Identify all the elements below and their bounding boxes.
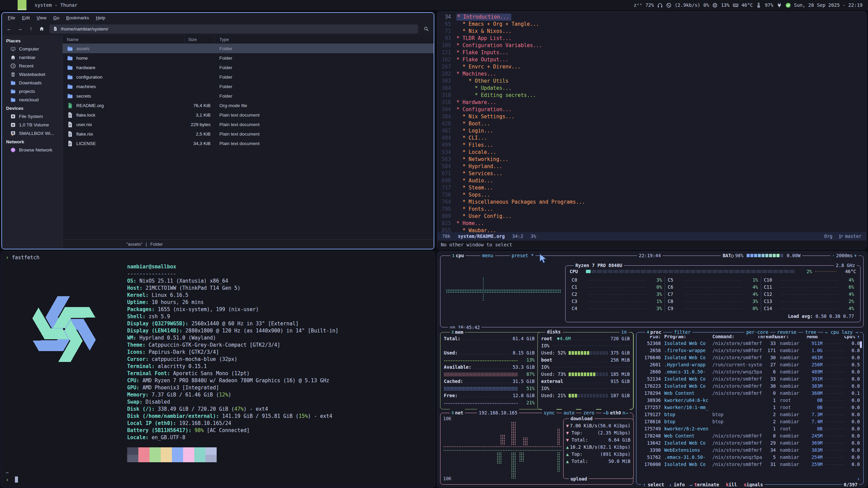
menu-item[interactable]: File (5, 14, 18, 22)
home[interactable]: home Folder (63, 53, 434, 63)
flake.lock[interactable]: flake.lock 3,1 KiB Plain text document (63, 110, 434, 120)
process-row[interactable]: 176646 Isolated Web Co /nix/store/sm8fmr… (636, 354, 863, 361)
secrets[interactable]: secrets Folder (63, 91, 434, 101)
org-heading-line[interactable]: 764* Miscellaneous Packages and Programs… (437, 199, 866, 206)
sidebar-item[interactable]: SMALLBOX Wi... (2, 129, 62, 138)
org-heading-line[interactable]: 121* Flake Inputs... (437, 49, 866, 56)
README.org[interactable]: README.org 76,4 KiB Org-mode file (63, 101, 434, 110)
sidebar-item[interactable]: Browse Network (2, 146, 62, 154)
workspace-button[interactable] (18, 0, 26, 10)
hardware[interactable]: hardware Folder (63, 63, 434, 72)
org-heading-line[interactable]: 162* Flake Output... (437, 56, 866, 63)
proc-sort-selector[interactable]: ← cpu lazy → (823, 328, 860, 336)
proc-filter-button[interactable]: filter (672, 328, 692, 336)
back-button[interactable]: ← (5, 24, 14, 33)
proc-per-core-toggle[interactable]: per-core (745, 328, 770, 336)
org-heading-line[interactable]: 316* Hardware... (437, 99, 866, 106)
org-heading-line[interactable]: 717* Steam... (437, 184, 866, 191)
org-heading-line[interactable]: 825* Home... (437, 220, 866, 227)
process-row[interactable]: 2658 .firefox-wrappe /nix/store/sm8fmrf3… (636, 347, 863, 354)
net-sync-toggle[interactable]: sync (542, 409, 556, 416)
user.nix[interactable]: user.nix 229 bytes Plain text document (63, 120, 434, 129)
cpu-box-title[interactable]: 1cpu (451, 252, 466, 259)
proc-hint[interactable]: ↓info (669, 481, 685, 488)
proc-scrollbar[interactable] (860, 341, 862, 348)
process-row[interactable]: 178616 btop btop 2 nambiar 7.4M 0.0 (636, 418, 863, 425)
org-heading-line[interactable]: 799* Fonts... (437, 206, 866, 213)
process-row[interactable]: 13642 Isolated Web Co /nix/store/sm8fmrf… (636, 440, 863, 447)
org-heading-line[interactable]: 93* TLDR App List... (437, 35, 866, 42)
update-interval[interactable]: -2000ms+ (830, 252, 859, 259)
sidebar-item[interactable]: Downloads (2, 79, 62, 87)
workspace-button[interactable] (9, 0, 18, 10)
process-row[interactable]: 175749 kworker/6:2-even 1 root 0B 0.0 (636, 425, 863, 432)
org-heading-line[interactable]: 499* Files... (437, 142, 866, 149)
process-row[interactable]: 38936 kworker/u64:6-kc 1 root 0B 0.0 (636, 397, 863, 404)
disks-io-toggle[interactable]: io (619, 328, 628, 336)
menu-item[interactable]: Bookmarks (63, 14, 92, 22)
configuration[interactable]: configuration Folder (63, 72, 434, 82)
net-interface-switcher[interactable]: ←beth0n→ (601, 409, 630, 416)
column-header-size[interactable]: Size (185, 35, 215, 43)
org-heading-line[interactable]: 584* Hyprland... (437, 163, 866, 170)
workspace-button[interactable] (0, 0, 9, 10)
forward-button[interactable]: → (16, 24, 24, 33)
proc-hint[interactable]: ↑select (643, 481, 664, 488)
org-heading-line[interactable]: 461* Login... (437, 127, 866, 135)
disks-title[interactable]: disks (545, 328, 563, 336)
proc-hint[interactable]: ↵terminate (690, 481, 719, 488)
menu-item[interactable]: View (34, 14, 50, 22)
search-button[interactable] (421, 24, 431, 33)
process-row[interactable]: 178294 Web Content /nix/store/sm8fmrf3wp… (636, 390, 863, 397)
proc-hint[interactable]: signals (742, 481, 763, 488)
org-heading-line[interactable]: 267* Envrc + Direnv... (437, 63, 866, 70)
empty-prompt[interactable]: › (6, 476, 18, 484)
sidebar-item[interactable]: Recent (2, 62, 62, 70)
menu-button[interactable]: menu (480, 252, 495, 259)
org-heading-line[interactable]: 428* Boot... (437, 120, 866, 127)
process-row[interactable]: 51762 .emacs-31.0.50- /nix/store/wnqz5pa… (636, 454, 863, 461)
org-heading-line[interactable]: 855* Waubar... (437, 227, 866, 232)
process-row[interactable]: 176223 Isolated Web Co /nix/store/sm8fmr… (636, 383, 863, 390)
flake.nix[interactable]: flake.nix 2,5 KiB Plain text document (63, 129, 434, 139)
org-heading-line[interactable]: 34* Introduction... (437, 14, 866, 21)
LICENSE[interactable]: LICENSE 34,3 KiB Plain text document (63, 139, 434, 148)
org-heading-line[interactable]: 809* User Config... (437, 213, 866, 220)
sidebar-item[interactable]: projects (2, 87, 62, 96)
sidebar-item[interactable]: Computer (2, 45, 62, 53)
sidebar-item[interactable]: 1,0 TB Volume (2, 121, 62, 129)
process-row[interactable]: 177257 kworker/10:1-mm_ 1 root 0B 0.0 (636, 404, 863, 411)
org-heading-line[interactable]: 344* Configuration... (437, 106, 866, 113)
org-heading-line[interactable]: 304* Updates... (437, 85, 866, 92)
process-row[interactable]: 2601 .Hyprland-wrapp /run/current-system… (636, 361, 863, 368)
up-button[interactable]: ↑ (26, 24, 35, 33)
org-heading-line[interactable]: 109* Configuration Variables... (437, 42, 866, 49)
path-bar[interactable]: /home/nambiar/system/ (50, 24, 418, 34)
process-row[interactable]: 3390 WebExtensions /nix/store/sm8fmrf3wp… (636, 447, 863, 454)
sidebar-item[interactable]: nambiar (2, 53, 62, 62)
proc-reverse-toggle[interactable]: reverse (775, 328, 798, 336)
mem-box-title[interactable]: 2mem (450, 328, 465, 336)
sidebar-item[interactable]: File System (2, 112, 62, 121)
org-heading-line[interactable]: 310* Editing secrets... (437, 92, 866, 99)
proc-box-title[interactable]: 4proc (645, 328, 663, 336)
home-button[interactable] (37, 24, 46, 33)
org-heading-line[interactable]: 65* Emacs + Org + Tangle... (437, 21, 866, 28)
assets[interactable]: assets Folder (63, 44, 434, 53)
org-heading-line[interactable]: 71* Nix & Nixos... (437, 28, 866, 35)
org-heading-line[interactable]: 303* Other Utils (437, 78, 866, 85)
org-heading-line[interactable]: 736* Sops... (437, 191, 866, 199)
org-heading-line[interactable]: 534* Locale... (437, 149, 866, 156)
process-row[interactable]: 52134 Isolated Web Co /nix/store/sm8fmrf… (636, 375, 863, 383)
sidebar-item[interactable]: nextcloud (2, 96, 62, 104)
org-heading-line[interactable]: 671* Services... (437, 170, 866, 177)
proc-tree-toggle[interactable]: tree (804, 328, 818, 336)
org-heading-line[interactable]: 698* Audio... (437, 177, 866, 184)
org-heading-line[interactable]: 563* Networking... (437, 156, 866, 163)
menu-item[interactable]: Help (93, 14, 108, 22)
proc-hint[interactable]: kill (724, 481, 737, 488)
net-box-title[interactable]: 3net (450, 409, 465, 416)
process-row[interactable]: 179127 btop btop 2 nambiar 7.3M 0.0 (636, 411, 863, 418)
process-row[interactable]: 52368 Isolated Web Co /nix/store/sm8fmrf… (636, 340, 863, 347)
sidebar-item[interactable]: Wastebasket (2, 70, 62, 79)
